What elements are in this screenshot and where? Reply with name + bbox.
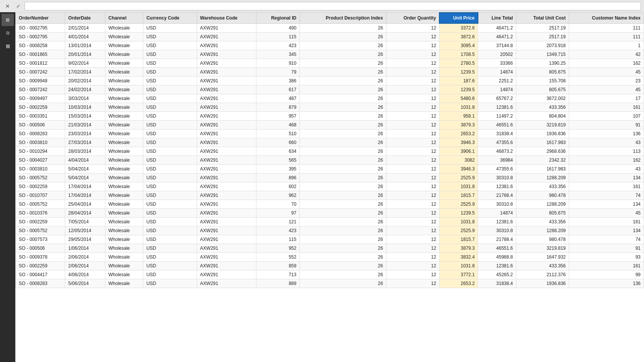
- cell-unit_price: 3082: [439, 156, 478, 165]
- table-row[interactable]: SO - 00094973/03/2014WholesaleUSDAXW2914…: [16, 94, 644, 103]
- content-area: OrderNumberOrderDateChannelCurrency Code…: [15, 12, 644, 362]
- column-header-order_date[interactable]: OrderDate: [65, 13, 105, 23]
- column-header-customer_name_index[interactable]: Customer Name Index: [569, 13, 644, 23]
- sidebar-layers-icon[interactable]: ⧉: [2, 27, 14, 39]
- cell-regional_id: 121: [256, 218, 300, 226]
- cell-line_total: 14874: [478, 68, 516, 77]
- cell-total_unit_cost: 1936.836: [516, 129, 569, 138]
- table-row[interactable]: SO - 000724224/02/2014WholesaleUSDAXW291…: [16, 85, 644, 94]
- cell-line_total: 45988.8: [478, 253, 516, 262]
- cell-order_qty: 12: [386, 138, 440, 147]
- column-header-line_total[interactable]: Line Total: [478, 13, 516, 23]
- table-row[interactable]: SO - 000575212/05/2014WholesaleUSDAXW291…: [16, 226, 644, 235]
- table-row[interactable]: SO - 00057525/04/2014WholesaleUSDAXW2918…: [16, 174, 644, 182]
- table-row[interactable]: SO - 000225917/04/2014WholesaleUSDAXW291…: [16, 182, 644, 191]
- cell-customer_name_index: 93: [569, 253, 644, 262]
- cell-unit_price: 1031.8: [439, 182, 478, 191]
- table-row[interactable]: SO - 001037628/04/2014WholesaleUSDAXW291…: [16, 209, 644, 218]
- table-row[interactable]: SO - 001029428/03/2014WholesaleUSDAXW291…: [16, 147, 644, 156]
- cell-regional_id: 879: [256, 103, 300, 112]
- cell-channel: Wholesale: [105, 279, 143, 288]
- cell-product_desc: 26: [300, 200, 386, 209]
- table-row[interactable]: SO - 000724217/02/2014WholesaleUSDAXW291…: [16, 68, 644, 77]
- cell-channel: Wholesale: [105, 218, 143, 226]
- table-row[interactable]: SO - 000186520/01/2014WholesaleUSDAXW291…: [16, 50, 644, 59]
- cell-warehouse_code: AXW291: [197, 235, 256, 244]
- column-header-order_number[interactable]: OrderNumber: [16, 13, 65, 23]
- cell-unit_price: 2653.2: [439, 129, 478, 138]
- table-row[interactable]: SO - 000575225/04/2014WholesaleUSDAXW291…: [16, 200, 644, 209]
- cell-order_qty: 12: [386, 103, 440, 112]
- cell-order_date: 5/04/2014: [65, 165, 105, 174]
- cell-order_number: SO - 0007242: [16, 68, 65, 77]
- cell-line_total: 46873.2: [478, 147, 516, 156]
- cell-order_number: SO - 0002259: [16, 103, 65, 112]
- column-header-order_qty[interactable]: Order Quantity: [386, 13, 440, 23]
- cell-total_unit_cost: 804.804: [516, 112, 569, 121]
- table-row[interactable]: SO - 00027954/01/2014WholesaleUSDAXW2911…: [16, 33, 644, 41]
- table-row[interactable]: SO - 0005061/06/2014WholesaleUSDAXW29195…: [16, 244, 644, 253]
- cell-order_qty: 12: [386, 121, 440, 129]
- cell-line_total: 47355.6: [478, 138, 516, 147]
- cell-order_date: 28/03/2014: [65, 147, 105, 156]
- column-header-currency_code[interactable]: Currency Code: [143, 13, 197, 23]
- table-row[interactable]: SO - 00022592/06/2014WholesaleUSDAXW2918…: [16, 262, 644, 270]
- cell-warehouse_code: AXW291: [197, 209, 256, 218]
- table-row[interactable]: SO - 00038105/04/2014WholesaleUSDAXW2913…: [16, 165, 644, 174]
- cell-line_total: 45265.2: [478, 270, 516, 279]
- cell-customer_name_index: 91: [569, 244, 644, 253]
- table-container[interactable]: OrderNumberOrderDateChannelCurrency Code…: [15, 12, 644, 362]
- cell-product_desc: 26: [300, 165, 386, 174]
- cell-warehouse_code: AXW291: [197, 138, 256, 147]
- table-row[interactable]: SO - 000225910/03/2014WholesaleUSDAXW291…: [16, 103, 644, 112]
- table-row[interactable]: SO - 00022597/05/2014WholesaleUSDAXW2911…: [16, 218, 644, 226]
- cell-regional_id: 552: [256, 253, 300, 262]
- table-row[interactable]: SO - 000335115/03/2014WholesaleUSDAXW291…: [16, 112, 644, 121]
- cell-product_desc: 26: [300, 218, 386, 226]
- table-row[interactable]: SO - 000757329/05/2014WholesaleUSDAXW291…: [16, 235, 644, 244]
- cell-customer_name_index: 134: [569, 200, 644, 209]
- table-row[interactable]: SO - 000381027/03/2014WholesaleUSDAXW291…: [16, 138, 644, 147]
- formula-input[interactable]: [25, 2, 641, 10]
- cell-order_qty: 12: [386, 68, 440, 77]
- cell-order_date: 13/01/2014: [65, 41, 105, 50]
- table-row[interactable]: SO - 00018129/02/2014WholesaleUSDAXW2919…: [16, 59, 644, 68]
- cell-warehouse_code: AXW291: [197, 218, 256, 226]
- column-header-unit_price[interactable]: Unit Price: [439, 13, 478, 23]
- cell-currency_code: USD: [143, 103, 197, 112]
- cell-channel: Wholesale: [105, 165, 143, 174]
- column-header-channel[interactable]: Channel: [105, 13, 143, 23]
- table-row[interactable]: SO - 001070717/04/2014WholesaleUSDAXW291…: [16, 191, 644, 200]
- column-header-total_unit_cost[interactable]: Total Unit Cost: [516, 13, 569, 23]
- cell-unit_price: 1239.5: [439, 85, 478, 94]
- cell-currency_code: USD: [143, 85, 197, 94]
- cell-regional_id: 115: [256, 33, 300, 41]
- column-header-product_desc[interactable]: Product Description Index: [300, 13, 386, 23]
- table-row[interactable]: SO - 00027952/01/2014WholesaleUSDAXW2914…: [16, 23, 644, 33]
- table-row[interactable]: SO - 00040274/04/2014WholesaleUSDAXW2915…: [16, 156, 644, 165]
- sidebar-table-icon[interactable]: ▦: [2, 40, 14, 52]
- table-row[interactable]: SO - 00082835/06/2014WholesaleUSDAXW2918…: [16, 279, 644, 288]
- table-row[interactable]: SO - 00050621/03/2014WholesaleUSDAXW2914…: [16, 121, 644, 129]
- table-row[interactable]: SO - 00044174/06/2014WholesaleUSDAXW2917…: [16, 270, 644, 279]
- cell-channel: Wholesale: [105, 191, 143, 200]
- cell-product_desc: 26: [300, 103, 386, 112]
- confirm-button[interactable]: ✓: [14, 2, 23, 11]
- column-header-regional_id[interactable]: Regional ID: [256, 13, 300, 23]
- cell-unit_price: 1031.8: [439, 103, 478, 112]
- table-row[interactable]: SO - 000825813/01/2014WholesaleUSDAXW291…: [16, 41, 644, 50]
- cell-currency_code: USD: [143, 165, 197, 174]
- close-button[interactable]: ✕: [3, 2, 12, 11]
- cell-order_date: 28/04/2014: [65, 209, 105, 218]
- cell-warehouse_code: AXW291: [197, 121, 256, 129]
- cell-line_total: 30310.8: [478, 174, 516, 182]
- table-row[interactable]: SO - 00093782/06/2014WholesaleUSDAXW2915…: [16, 253, 644, 262]
- table-row[interactable]: SO - 000994820/02/2014WholesaleUSDAXW291…: [16, 77, 644, 85]
- cell-unit_price: 3946.3: [439, 138, 478, 147]
- sidebar-grid-icon[interactable]: ⊞: [2, 14, 14, 26]
- cell-channel: Wholesale: [105, 94, 143, 103]
- column-header-warehouse_code[interactable]: Warehouse Code: [197, 13, 256, 23]
- table-row[interactable]: SO - 000828323/03/2014WholesaleUSDAXW291…: [16, 129, 644, 138]
- cell-order_qty: 12: [386, 191, 440, 200]
- cell-currency_code: USD: [143, 235, 197, 244]
